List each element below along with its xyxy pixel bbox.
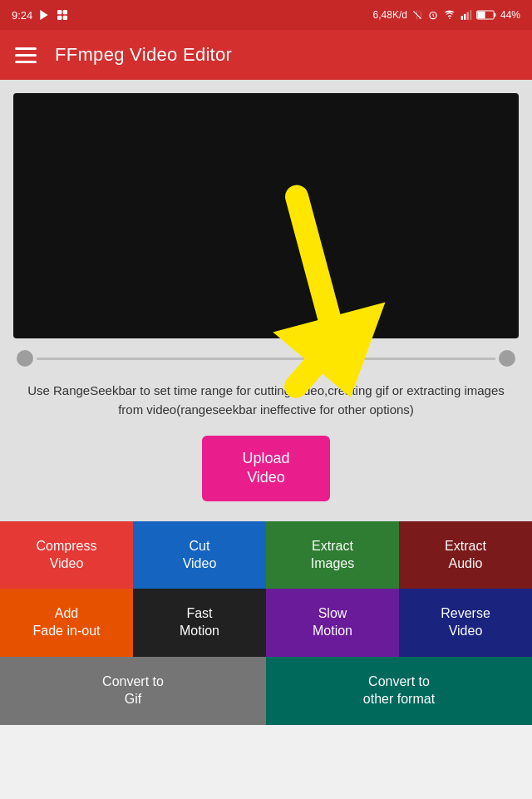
extract-audio-button[interactable]: ExtractAudio bbox=[399, 521, 532, 589]
alarm-icon bbox=[427, 9, 439, 21]
svg-rect-16 bbox=[477, 12, 485, 18]
reverse-video-button[interactable]: ReverseVideo bbox=[399, 589, 532, 657]
svg-rect-10 bbox=[461, 16, 463, 20]
add-fade-button[interactable]: AddFade in-out bbox=[0, 589, 133, 657]
compress-video-button[interactable]: CompressVideo bbox=[0, 521, 133, 589]
bottom-grid-row1: CompressVideo CutVideo ExtractImages Ext… bbox=[0, 521, 532, 589]
seekbar-track bbox=[37, 358, 495, 360]
convert-to-gif-button[interactable]: Convert toGif bbox=[0, 657, 266, 725]
status-right: 6,48K/d 44% bbox=[373, 9, 520, 21]
extract-images-button[interactable]: ExtractImages bbox=[266, 521, 399, 589]
svg-rect-3 bbox=[57, 16, 62, 20]
main-content: Use RangeSeekbar to set time range for c… bbox=[0, 80, 532, 521]
status-time: 9:24 bbox=[12, 9, 32, 22]
network-speed: 6,48K/d bbox=[373, 9, 407, 21]
wifi-icon bbox=[443, 9, 456, 21]
svg-rect-1 bbox=[57, 10, 62, 14]
battery-percent: 44% bbox=[500, 9, 520, 21]
signal-icon bbox=[461, 9, 472, 21]
convert-to-format-button[interactable]: Convert toother format bbox=[266, 657, 532, 725]
svg-rect-12 bbox=[467, 12, 469, 20]
description-text: Use RangeSeekbar to set time range for c… bbox=[13, 382, 519, 419]
fast-motion-button[interactable]: FastMotion bbox=[133, 589, 266, 657]
cut-video-button[interactable]: CutVideo bbox=[133, 521, 266, 589]
app-bar: FFmpeg Video Editor bbox=[0, 30, 532, 80]
status-bar: 9:24 6,48K/d 44% bbox=[0, 0, 532, 30]
svg-rect-15 bbox=[494, 13, 495, 17]
seekbar-right-thumb[interactable] bbox=[499, 350, 515, 367]
upload-video-button[interactable]: UploadVideo bbox=[202, 436, 329, 501]
play-store-icon bbox=[37, 8, 51, 22]
bottom-row-wide: Convert toGif Convert toother format bbox=[0, 657, 532, 725]
status-left: 9:24 bbox=[12, 8, 69, 22]
slow-motion-button[interactable]: SlowMotion bbox=[266, 589, 399, 657]
silent-icon bbox=[411, 9, 423, 21]
seekbar-left-thumb[interactable] bbox=[17, 350, 33, 367]
battery-icon bbox=[476, 9, 496, 21]
svg-point-9 bbox=[449, 17, 451, 19]
svg-rect-13 bbox=[470, 10, 471, 20]
seekbar-container[interactable] bbox=[13, 350, 519, 367]
app-title: FFmpeg Video Editor bbox=[55, 44, 232, 66]
svg-rect-4 bbox=[63, 16, 67, 20]
svg-marker-0 bbox=[41, 10, 48, 20]
svg-rect-2 bbox=[63, 10, 67, 14]
hamburger-menu[interactable] bbox=[15, 47, 37, 63]
bottom-grid-row2: AddFade in-out FastMotion SlowMotion Rev… bbox=[0, 589, 532, 657]
svg-rect-11 bbox=[464, 14, 466, 20]
svg-line-8 bbox=[433, 16, 434, 17]
notification-icon bbox=[56, 8, 69, 22]
video-preview bbox=[13, 93, 519, 338]
